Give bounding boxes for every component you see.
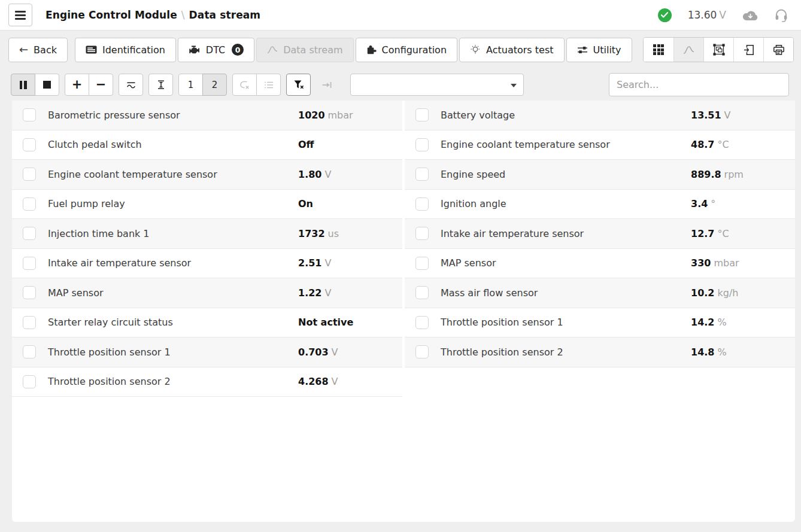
row-checkbox[interactable] [23, 227, 36, 240]
pause-button[interactable] [11, 74, 35, 96]
row-checkbox[interactable] [23, 108, 36, 121]
print-button[interactable] [763, 38, 793, 62]
menu-icon[interactable] [8, 4, 32, 26]
row-checkbox[interactable] [23, 197, 36, 211]
param-value: 3.4° [691, 198, 715, 209]
parameter-set-dropdown[interactable] [350, 74, 524, 96]
table-row: Engine coolant temperature sensor48.7°C [405, 130, 795, 160]
table-row: Fuel pump relayOn [12, 190, 402, 220]
param-label: Battery voltage [441, 110, 680, 121]
tab-actuators-test[interactable]: Actuators test [459, 38, 564, 62]
page-one-button[interactable]: 1 [178, 74, 203, 96]
stop-button[interactable] [35, 74, 59, 96]
row-checkbox[interactable] [415, 168, 429, 181]
row-checkbox[interactable] [23, 138, 36, 151]
table-row: Throttle position sensor 214.8% [405, 338, 795, 367]
engine-icon [189, 45, 201, 55]
param-value: On [298, 198, 313, 209]
param-label: MAP sensor [48, 287, 287, 299]
table-row: Engine coolant temperature sensor1.80V [12, 160, 402, 190]
grid-view-button[interactable] [644, 38, 673, 62]
row-checkbox[interactable] [23, 286, 36, 299]
list-icon [264, 81, 274, 89]
table-row: Starter relay circuit statusNot active [12, 308, 402, 338]
select-region-button[interactable] [703, 38, 733, 62]
param-unit: % [717, 346, 726, 358]
table-row: Throttle position sensor 114.2% [405, 308, 795, 338]
row-checkbox[interactable] [23, 345, 36, 358]
export-report-button[interactable] [733, 38, 763, 62]
smooth-curve-button[interactable] [119, 74, 143, 96]
list-view-button [256, 74, 281, 96]
row-checkbox[interactable] [415, 316, 429, 329]
cloud-download-icon[interactable] [742, 10, 758, 21]
param-label: Barometric pressure sensor [48, 110, 287, 121]
tab-configuration[interactable]: Configuration [356, 38, 458, 62]
row-checkbox[interactable] [415, 108, 429, 121]
stop-icon [43, 81, 51, 89]
row-checkbox[interactable] [415, 257, 429, 270]
puzzle-icon [366, 45, 377, 55]
zoom-in-button[interactable]: + [65, 74, 89, 96]
height-adjust-icon [156, 80, 166, 90]
param-value: Off [298, 139, 314, 150]
table-row: Battery voltage13.51V [405, 101, 795, 130]
pause-icon [20, 81, 27, 89]
row-checkbox[interactable] [415, 227, 429, 240]
sliders-icon [577, 45, 588, 54]
tab-dtc[interactable]: DTC 0 [178, 38, 254, 62]
table-row: Intake air temperature sensor12.7°C [405, 219, 795, 249]
row-checkbox[interactable] [23, 316, 36, 329]
table-row: Engine speed889.8rpm [405, 160, 795, 190]
param-label: Clutch pedal switch [48, 139, 287, 150]
row-checkbox[interactable] [23, 168, 36, 181]
param-unit: V [324, 257, 331, 269]
tab-utility[interactable]: Utility [566, 38, 632, 62]
back-button[interactable]: ← Back [8, 38, 68, 62]
page-two-button[interactable]: 2 [202, 74, 227, 96]
headset-icon[interactable] [775, 8, 788, 22]
clear-filter-button[interactable] [286, 74, 311, 96]
connection-status-icon [658, 8, 672, 22]
param-unit: V [332, 376, 338, 387]
param-value: 1732us [298, 228, 339, 239]
param-unit: V [332, 346, 338, 358]
table-row: MAP sensor1.22V [12, 278, 402, 308]
row-checkbox[interactable] [415, 345, 429, 358]
table-row: MAP sensor330mbar [405, 249, 795, 279]
param-label: Intake air temperature sensor [48, 257, 287, 269]
table-row: Mass air flow sensor10.2kg/h [405, 278, 795, 308]
step-forward-button [316, 74, 338, 96]
param-unit: °C [717, 228, 729, 239]
data-stream-curve-icon [267, 45, 278, 54]
param-value: 0.703V [298, 346, 338, 358]
tab-identification[interactable]: Identification [75, 38, 176, 62]
scale-height-button[interactable] [148, 74, 173, 96]
search-input[interactable] [609, 73, 789, 96]
zoom-out-button[interactable]: − [89, 74, 113, 96]
param-label: Engine coolant temperature sensor [441, 139, 680, 150]
filter-remove-icon [293, 80, 304, 90]
table-row: Injection time bank 11732us [12, 219, 402, 249]
param-unit: °C [717, 139, 729, 150]
param-value: Not active [298, 317, 353, 328]
param-label: Mass air flow sensor [441, 287, 680, 299]
param-label: Starter relay circuit status [48, 317, 287, 328]
param-label: Throttle position sensor 1 [48, 346, 287, 358]
row-checkbox[interactable] [415, 138, 429, 151]
param-label: Engine coolant temperature sensor [48, 169, 287, 180]
param-label: Injection time bank 1 [48, 228, 287, 239]
table-row: Ignition angle3.4° [405, 190, 795, 220]
select-region-icon [713, 44, 725, 56]
param-label: MAP sensor [441, 257, 680, 269]
table-row: Throttle position sensor 10.703V [12, 338, 402, 367]
param-label: Ignition angle [441, 198, 680, 209]
param-value: 4.268V [298, 376, 338, 387]
battery-voltage-indicator: 13.60V [688, 9, 726, 21]
row-checkbox[interactable] [415, 286, 429, 299]
row-checkbox[interactable] [23, 257, 36, 270]
row-checkbox[interactable] [23, 375, 36, 388]
line-chart-icon [683, 45, 694, 54]
breadcrumb-module: Engine Control Module [45, 9, 177, 21]
row-checkbox[interactable] [415, 197, 429, 211]
